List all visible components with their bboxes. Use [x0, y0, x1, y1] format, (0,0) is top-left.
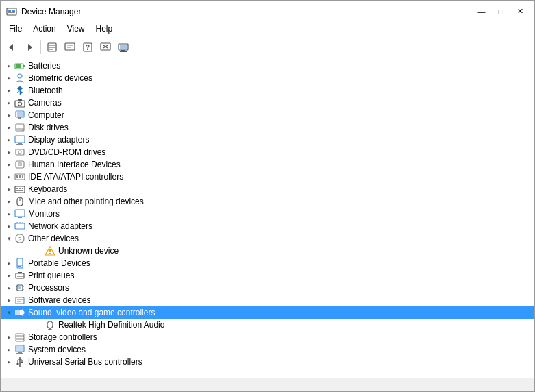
label-display: Display adapters — [28, 135, 89, 145]
menu-view[interactable]: View — [62, 23, 90, 34]
expand-arrow-batteries[interactable]: ▸ — [3, 60, 14, 71]
expand-arrow-monitors[interactable]: ▸ — [3, 208, 14, 219]
expand-arrow-portable[interactable]: ▸ — [3, 258, 14, 269]
tree-item-other[interactable]: ▾?Other devices — [1, 232, 534, 245]
device-tree[interactable]: ▸Batteries▸Biometric devices▸Bluetooth▸C… — [1, 58, 534, 378]
icon-processors — [14, 282, 25, 293]
icon-monitors — [14, 208, 25, 219]
tree-item-dvd[interactable]: ▸DVD/CD-ROM drives — [1, 146, 534, 158]
toolbar: ? — [1, 36, 534, 58]
expand-arrow-hid[interactable]: ▸ — [3, 159, 14, 170]
svg-rect-87 — [16, 336, 24, 339]
tree-item-keyboards[interactable]: ▸Keyboards — [1, 183, 534, 195]
expand-arrow-print[interactable]: ▸ — [3, 270, 14, 281]
label-computer: Computer — [28, 110, 64, 120]
svg-rect-24 — [16, 64, 21, 68]
icon-computer — [14, 110, 25, 121]
tree-item-system[interactable]: ▸System devices — [1, 343, 534, 356]
tree-item-display[interactable]: ▸Display adapters — [1, 134, 534, 146]
close-button[interactable]: ✕ — [511, 5, 529, 18]
back-button[interactable] — [3, 39, 20, 56]
svg-marker-82 — [20, 309, 23, 316]
icon-sound — [14, 307, 25, 318]
tree-item-computer[interactable]: ▸Computer — [1, 109, 534, 121]
expand-arrow-mice[interactable]: ▸ — [3, 196, 14, 207]
tree-item-cameras[interactable]: ▸Cameras — [1, 97, 534, 109]
expand-arrow-bluetooth[interactable]: ▸ — [3, 85, 14, 96]
tree-item-unknown[interactable]: Unknown device — [1, 245, 534, 257]
tree-item-ide[interactable]: ▸IDE ATA/ATAPI controllers — [1, 171, 534, 183]
expand-arrow-storage[interactable]: ▸ — [3, 332, 14, 343]
expand-arrow-biometric[interactable]: ▸ — [3, 73, 14, 84]
toolbar-separator-1 — [40, 40, 41, 54]
tree-item-network[interactable]: ▸Network adapters — [1, 220, 534, 232]
svg-rect-91 — [18, 352, 22, 353]
svg-point-27 — [18, 102, 22, 106]
menu-action[interactable]: Action — [27, 23, 61, 34]
tree-item-sound[interactable]: ▾Sound, video and game controllers — [1, 306, 534, 319]
tree-item-realtek[interactable]: Realtek High Definition Audio — [1, 319, 534, 331]
label-processors: Processors — [28, 283, 69, 293]
tree-item-print[interactable]: ▸Print queues — [1, 269, 534, 282]
help-button[interactable]: ? — [79, 39, 96, 56]
menu-help[interactable]: Help — [90, 23, 119, 34]
scan-button[interactable] — [115, 39, 132, 56]
tree-item-storage[interactable]: ▸Storage controllers — [1, 331, 534, 343]
expand-arrow-ide[interactable]: ▸ — [3, 171, 14, 182]
minimize-button[interactable]: — — [473, 5, 490, 18]
expand-arrow-processors[interactable]: ▸ — [3, 282, 14, 293]
svg-rect-64 — [49, 253, 51, 254]
icon-cameras — [14, 97, 25, 108]
tree-item-mice[interactable]: ▸Mice and other pointing devices — [1, 195, 534, 208]
label-system: System devices — [28, 345, 86, 354]
uninstall-button[interactable] — [97, 39, 114, 56]
update-button[interactable] — [62, 39, 78, 56]
status-bar — [1, 378, 534, 391]
svg-rect-56 — [18, 217, 22, 218]
label-hid: Human Interface Devices — [28, 160, 121, 169]
icon-disk — [14, 122, 25, 133]
title-bar-left: Device Manager — [6, 6, 81, 17]
expand-arrow-system[interactable]: ▸ — [3, 344, 14, 355]
tree-item-processors[interactable]: ▸Processors — [1, 282, 534, 294]
tree-item-bluetooth[interactable]: ▸Bluetooth — [1, 84, 534, 97]
expand-arrow-computer[interactable]: ▸ — [3, 110, 14, 121]
forward-icon — [24, 42, 35, 53]
tree-item-biometric[interactable]: ▸Biometric devices — [1, 72, 534, 84]
expand-arrow-disk[interactable]: ▸ — [3, 122, 14, 133]
app-icon — [6, 6, 17, 17]
icon-system — [14, 344, 25, 355]
tree-item-usb[interactable]: ▸Universal Serial Bus controllers — [1, 356, 534, 368]
expand-arrow-network[interactable]: ▸ — [3, 221, 14, 232]
icon-bluetooth — [14, 85, 25, 96]
expand-arrow-cameras[interactable]: ▸ — [3, 97, 14, 108]
maximize-button[interactable]: □ — [492, 5, 510, 18]
label-software: Software devices — [28, 295, 90, 305]
tree-item-hid[interactable]: ▸Human Interface Devices — [1, 158, 534, 171]
expand-arrow-usb[interactable]: ▸ — [3, 356, 14, 367]
svg-rect-71 — [17, 278, 21, 278]
expand-arrow-display[interactable]: ▸ — [3, 134, 14, 145]
forward-button[interactable] — [21, 39, 38, 56]
tree-item-disk[interactable]: ▸Disk drives — [1, 121, 534, 134]
svg-rect-26 — [15, 101, 25, 107]
tree-item-software[interactable]: ▸Software devices — [1, 294, 534, 306]
tree-item-batteries[interactable]: ▸Batteries — [1, 60, 534, 72]
label-ide: IDE ATA/ATAPI controllers — [28, 172, 123, 182]
menu-file[interactable]: File — [3, 23, 27, 34]
label-monitors: Monitors — [28, 209, 60, 219]
svg-rect-10 — [65, 43, 75, 50]
expand-arrow-sound[interactable]: ▾ — [3, 307, 14, 318]
expand-arrow-keyboards[interactable]: ▸ — [3, 184, 14, 195]
svg-rect-28 — [18, 99, 22, 101]
svg-rect-86 — [16, 334, 24, 336]
tree-item-portable[interactable]: ▸Portable Devices — [1, 257, 534, 269]
expand-arrow-other[interactable]: ▾ — [3, 233, 14, 244]
properties-button[interactable] — [44, 39, 60, 56]
icon-mice — [14, 196, 25, 207]
svg-point-25 — [18, 74, 22, 78]
icon-usb — [14, 356, 25, 367]
tree-item-monitors[interactable]: ▸Monitors — [1, 208, 534, 220]
expand-arrow-software[interactable]: ▸ — [3, 295, 14, 306]
expand-arrow-dvd[interactable]: ▸ — [3, 147, 14, 158]
